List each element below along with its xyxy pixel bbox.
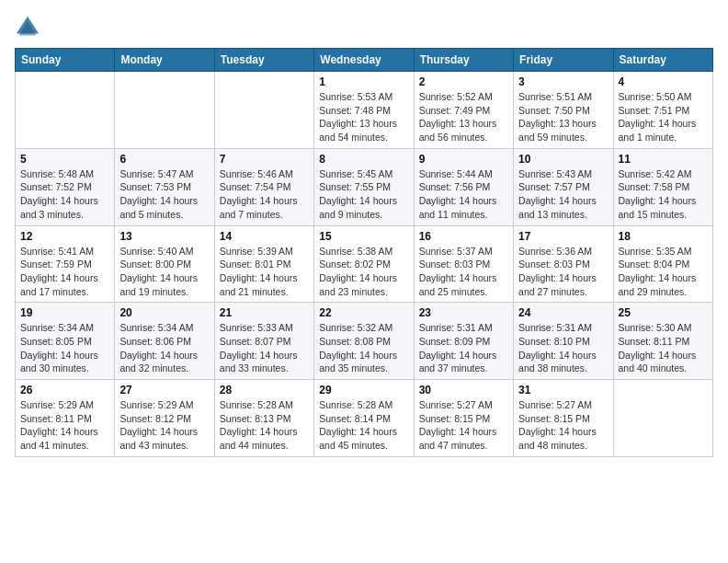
day-number: 18	[619, 230, 708, 243]
calendar-cell: 13Sunrise: 5:40 AM Sunset: 8:00 PM Dayli…	[115, 225, 214, 303]
calendar-cell	[214, 72, 313, 149]
calendar-cell: 3Sunrise: 5:51 AM Sunset: 7:50 PM Daylig…	[514, 72, 613, 149]
calendar-week-4: 19Sunrise: 5:34 AM Sunset: 8:05 PM Dayli…	[16, 303, 713, 380]
day-number: 15	[319, 230, 408, 243]
day-info: Sunrise: 5:52 AM Sunset: 7:49 PM Dayligh…	[419, 90, 508, 144]
header-tuesday: Tuesday	[214, 49, 313, 72]
calendar-cell: 23Sunrise: 5:31 AM Sunset: 8:09 PM Dayli…	[414, 303, 513, 380]
day-number: 8	[319, 153, 408, 166]
calendar-header-row: SundayMondayTuesdayWednesdayThursdayFrid…	[16, 49, 713, 72]
page-header	[15, 15, 713, 40]
day-info: Sunrise: 5:45 AM Sunset: 7:55 PM Dayligh…	[319, 167, 408, 222]
calendar-cell: 28Sunrise: 5:28 AM Sunset: 8:13 PM Dayli…	[214, 380, 313, 457]
day-info: Sunrise: 5:32 AM Sunset: 8:08 PM Dayligh…	[319, 321, 408, 375]
day-number: 3	[518, 75, 608, 88]
day-info: Sunrise: 5:46 AM Sunset: 7:54 PM Dayligh…	[220, 167, 309, 222]
day-info: Sunrise: 5:34 AM Sunset: 8:06 PM Dayligh…	[119, 321, 209, 375]
calendar-week-3: 12Sunrise: 5:41 AM Sunset: 7:59 PM Dayli…	[16, 225, 713, 303]
calendar-cell: 1Sunrise: 5:53 AM Sunset: 7:48 PM Daylig…	[314, 72, 414, 149]
day-info: Sunrise: 5:41 AM Sunset: 7:59 PM Dayligh…	[20, 245, 109, 299]
day-number: 4	[619, 75, 708, 88]
day-info: Sunrise: 5:27 AM Sunset: 8:15 PM Dayligh…	[419, 398, 508, 453]
day-info: Sunrise: 5:29 AM Sunset: 8:12 PM Dayligh…	[119, 398, 209, 453]
calendar-cell: 4Sunrise: 5:50 AM Sunset: 7:51 PM Daylig…	[613, 72, 712, 149]
day-number: 5	[20, 153, 109, 166]
calendar-cell: 22Sunrise: 5:32 AM Sunset: 8:08 PM Dayli…	[314, 303, 414, 380]
calendar-cell: 19Sunrise: 5:34 AM Sunset: 8:05 PM Dayli…	[16, 303, 115, 380]
day-info: Sunrise: 5:28 AM Sunset: 8:14 PM Dayligh…	[319, 398, 408, 453]
day-number: 6	[119, 153, 209, 166]
day-info: Sunrise: 5:47 AM Sunset: 7:53 PM Dayligh…	[119, 167, 209, 222]
calendar-cell: 31Sunrise: 5:27 AM Sunset: 8:15 PM Dayli…	[514, 380, 613, 457]
header-sunday: Sunday	[16, 49, 115, 72]
header-saturday: Saturday	[613, 49, 712, 72]
calendar-cell: 24Sunrise: 5:31 AM Sunset: 8:10 PM Dayli…	[514, 303, 613, 380]
day-number: 27	[119, 384, 209, 396]
day-info: Sunrise: 5:27 AM Sunset: 8:15 PM Dayligh…	[518, 398, 608, 453]
logo-icon	[15, 15, 40, 40]
day-info: Sunrise: 5:50 AM Sunset: 7:51 PM Dayligh…	[619, 90, 708, 144]
day-number: 31	[518, 384, 608, 396]
calendar-cell: 12Sunrise: 5:41 AM Sunset: 7:59 PM Dayli…	[16, 225, 115, 303]
day-info: Sunrise: 5:30 AM Sunset: 8:11 PM Dayligh…	[619, 321, 708, 375]
day-number: 7	[220, 153, 309, 166]
day-info: Sunrise: 5:42 AM Sunset: 7:58 PM Dayligh…	[619, 167, 708, 222]
day-info: Sunrise: 5:31 AM Sunset: 8:09 PM Dayligh…	[419, 321, 508, 375]
logo	[15, 15, 44, 40]
header-wednesday: Wednesday	[314, 49, 414, 72]
day-info: Sunrise: 5:40 AM Sunset: 8:00 PM Dayligh…	[119, 245, 209, 299]
calendar-cell: 18Sunrise: 5:35 AM Sunset: 8:04 PM Dayli…	[613, 225, 712, 303]
day-info: Sunrise: 5:43 AM Sunset: 7:57 PM Dayligh…	[518, 167, 608, 222]
calendar-cell: 27Sunrise: 5:29 AM Sunset: 8:12 PM Dayli…	[115, 380, 214, 457]
calendar-table: SundayMondayTuesdayWednesdayThursdayFrid…	[15, 48, 713, 457]
calendar-week-5: 26Sunrise: 5:29 AM Sunset: 8:11 PM Dayli…	[16, 380, 713, 457]
day-info: Sunrise: 5:37 AM Sunset: 8:03 PM Dayligh…	[419, 245, 508, 299]
day-info: Sunrise: 5:44 AM Sunset: 7:56 PM Dayligh…	[419, 167, 508, 222]
day-number: 25	[619, 306, 708, 319]
calendar-cell: 20Sunrise: 5:34 AM Sunset: 8:06 PM Dayli…	[115, 303, 214, 380]
day-number: 11	[619, 153, 708, 166]
day-info: Sunrise: 5:48 AM Sunset: 7:52 PM Dayligh…	[20, 167, 109, 222]
calendar-cell	[613, 380, 712, 457]
day-info: Sunrise: 5:33 AM Sunset: 8:07 PM Dayligh…	[220, 321, 309, 375]
calendar-cell: 7Sunrise: 5:46 AM Sunset: 7:54 PM Daylig…	[214, 148, 313, 225]
day-info: Sunrise: 5:39 AM Sunset: 8:01 PM Dayligh…	[220, 245, 309, 299]
calendar-cell: 11Sunrise: 5:42 AM Sunset: 7:58 PM Dayli…	[613, 148, 712, 225]
calendar-cell: 9Sunrise: 5:44 AM Sunset: 7:56 PM Daylig…	[414, 148, 513, 225]
calendar-cell: 14Sunrise: 5:39 AM Sunset: 8:01 PM Dayli…	[214, 225, 313, 303]
calendar-cell	[16, 72, 115, 149]
day-info: Sunrise: 5:53 AM Sunset: 7:48 PM Dayligh…	[319, 90, 408, 144]
day-info: Sunrise: 5:35 AM Sunset: 8:04 PM Dayligh…	[619, 245, 708, 299]
day-number: 20	[119, 306, 209, 319]
day-number: 2	[419, 75, 508, 88]
day-number: 26	[20, 384, 109, 396]
calendar-cell: 21Sunrise: 5:33 AM Sunset: 8:07 PM Dayli…	[214, 303, 313, 380]
calendar-cell: 16Sunrise: 5:37 AM Sunset: 8:03 PM Dayli…	[414, 225, 513, 303]
day-number: 21	[220, 306, 309, 319]
day-number: 29	[319, 384, 408, 396]
day-number: 16	[419, 230, 508, 243]
day-number: 24	[518, 306, 608, 319]
calendar-week-2: 5Sunrise: 5:48 AM Sunset: 7:52 PM Daylig…	[16, 148, 713, 225]
day-number: 1	[319, 75, 408, 88]
day-info: Sunrise: 5:31 AM Sunset: 8:10 PM Dayligh…	[518, 321, 608, 375]
calendar-cell: 6Sunrise: 5:47 AM Sunset: 7:53 PM Daylig…	[115, 148, 214, 225]
calendar-cell: 5Sunrise: 5:48 AM Sunset: 7:52 PM Daylig…	[16, 148, 115, 225]
calendar-cell: 8Sunrise: 5:45 AM Sunset: 7:55 PM Daylig…	[314, 148, 414, 225]
calendar-cell: 2Sunrise: 5:52 AM Sunset: 7:49 PM Daylig…	[414, 72, 513, 149]
calendar-cell: 25Sunrise: 5:30 AM Sunset: 8:11 PM Dayli…	[613, 303, 712, 380]
day-number: 14	[220, 230, 309, 243]
header-monday: Monday	[115, 49, 214, 72]
day-number: 30	[419, 384, 508, 396]
day-info: Sunrise: 5:29 AM Sunset: 8:11 PM Dayligh…	[20, 398, 109, 453]
day-number: 10	[518, 153, 608, 166]
day-info: Sunrise: 5:28 AM Sunset: 8:13 PM Dayligh…	[220, 398, 309, 453]
calendar-cell: 17Sunrise: 5:36 AM Sunset: 8:03 PM Dayli…	[514, 225, 613, 303]
header-thursday: Thursday	[414, 49, 513, 72]
day-info: Sunrise: 5:36 AM Sunset: 8:03 PM Dayligh…	[518, 245, 608, 299]
calendar-cell	[115, 72, 214, 149]
calendar-cell: 30Sunrise: 5:27 AM Sunset: 8:15 PM Dayli…	[414, 380, 513, 457]
calendar-cell: 26Sunrise: 5:29 AM Sunset: 8:11 PM Dayli…	[16, 380, 115, 457]
header-friday: Friday	[514, 49, 613, 72]
day-number: 19	[20, 306, 109, 319]
